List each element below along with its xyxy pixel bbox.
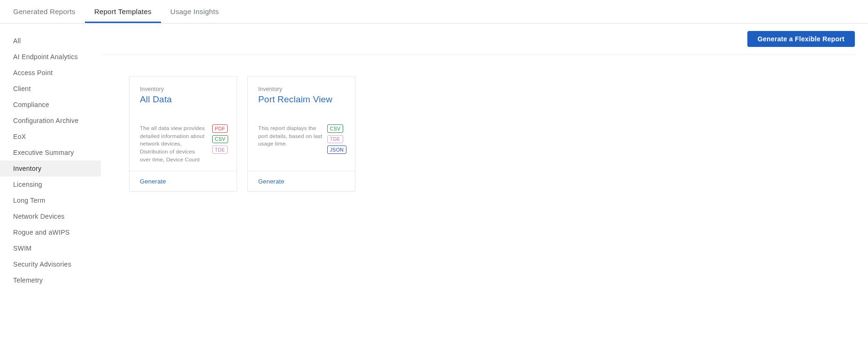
format-badge-csv: CSV — [327, 124, 344, 133]
tab-usage-insights[interactable]: Usage Insights — [161, 0, 228, 23]
tab-generated-reports[interactable]: Generated Reports — [13, 0, 85, 23]
tabs-bar: Generated Reports Report Templates Usage… — [0, 0, 868, 23]
sidebar-item-executive-summary[interactable]: Executive Summary — [0, 145, 101, 161]
sidebar-item-long-term[interactable]: Long Term — [0, 192, 101, 208]
format-badge-tde: TDE — [212, 145, 228, 154]
sidebar: All AI Endpoint Analytics Access Point C… — [0, 23, 101, 288]
sidebar-item-swim[interactable]: SWIM — [0, 240, 101, 256]
generate-link[interactable]: Generate — [258, 178, 284, 185]
card-title[interactable]: Port Reclaim View — [258, 94, 346, 105]
sidebar-item-all[interactable]: All — [0, 33, 101, 49]
generate-link[interactable]: Generate — [140, 178, 166, 185]
sidebar-item-licensing[interactable]: Licensing — [0, 176, 101, 192]
format-badge-pdf: PDF — [212, 124, 228, 133]
sidebar-item-ai-endpoint-analytics[interactable]: AI Endpoint Analytics — [0, 49, 101, 65]
cards-area: Inventory All Data The all data view pro… — [101, 55, 855, 191]
sidebar-item-network-devices[interactable]: Network Devices — [0, 208, 101, 224]
template-card-port-reclaim-view: Inventory Port Reclaim View This report … — [247, 76, 355, 191]
sidebar-item-compliance[interactable]: Compliance — [0, 97, 101, 113]
content-header: Generate a Flexible Report — [101, 23, 855, 55]
card-eyebrow: Inventory — [258, 86, 346, 92]
sidebar-item-client[interactable]: Client — [0, 81, 101, 97]
sidebar-item-access-point[interactable]: Access Point — [0, 65, 101, 81]
card-description: This report displays the port details, b… — [258, 124, 323, 148]
generate-flexible-report-button[interactable]: Generate a Flexible Report — [747, 31, 855, 47]
format-badge-tde: TDE — [327, 135, 343, 144]
sidebar-item-inventory[interactable]: Inventory — [0, 161, 101, 176]
format-badge-csv: CSV — [212, 135, 229, 144]
sidebar-item-telemetry[interactable]: Telemetry — [0, 272, 101, 288]
format-badges: PDF CSV TDE — [212, 124, 229, 154]
sidebar-item-rogue-awips[interactable]: Rogue and aWIPS — [0, 224, 101, 240]
sidebar-item-security-advisories[interactable]: Security Advisories — [0, 256, 101, 272]
format-badges: CSV TDE JSON — [327, 124, 346, 154]
sidebar-item-eox[interactable]: EoX — [0, 129, 101, 145]
template-card-all-data: Inventory All Data The all data view pro… — [129, 76, 237, 191]
tab-report-templates[interactable]: Report Templates — [85, 0, 161, 23]
format-badge-json: JSON — [327, 145, 346, 154]
card-eyebrow: Inventory — [140, 86, 228, 92]
card-title[interactable]: All Data — [140, 94, 228, 105]
sidebar-item-configuration-archive[interactable]: Configuration Archive — [0, 113, 101, 129]
card-description: The all data view provides detailed info… — [140, 124, 207, 163]
